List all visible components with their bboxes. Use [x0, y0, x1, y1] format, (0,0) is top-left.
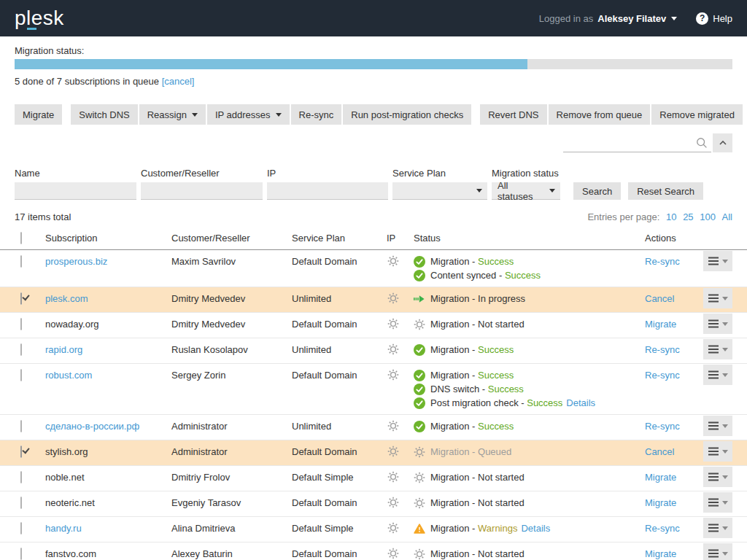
- help-button[interactable]: Help: [696, 12, 732, 25]
- row-checkbox[interactable]: [20, 369, 22, 381]
- status-value: Not started: [478, 472, 525, 483]
- subscription-name[interactable]: robust.com: [45, 370, 92, 381]
- hamburger-menu-icon: [708, 472, 719, 482]
- ip-settings-gear-icon[interactable]: [387, 522, 399, 534]
- status-cell: Migration - Success DNS switch - Success…: [414, 368, 645, 410]
- row-checkbox[interactable]: [20, 522, 22, 534]
- row-action-link[interactable]: Migrate: [645, 497, 676, 508]
- subscription-name[interactable]: prosperous.biz: [45, 256, 107, 267]
- row-menu-button[interactable]: [703, 492, 732, 513]
- entries-option-all[interactable]: All: [722, 211, 732, 222]
- row-menu-button[interactable]: [703, 543, 732, 560]
- in-progress-icon: [414, 293, 425, 305]
- chevron-down-icon: [722, 475, 728, 479]
- chevron-down-icon: [722, 260, 728, 263]
- table-body: prosperous.biz Maxim Savrilov Default Do…: [0, 250, 747, 560]
- row-action-link[interactable]: Cancel: [645, 446, 674, 457]
- row-action-link[interactable]: Re-sync: [645, 344, 680, 355]
- status-value: In progress: [478, 293, 525, 304]
- table-row: handy.ru Alina Dmitrieva Default Simple …: [0, 517, 747, 542]
- search-button[interactable]: Search: [573, 182, 621, 200]
- select-all-checkbox[interactable]: [20, 232, 22, 244]
- run-checks-button[interactable]: Run post-migration checks: [343, 104, 471, 125]
- row-action-link[interactable]: Re-sync: [645, 421, 680, 432]
- migrate-button[interactable]: Migrate: [15, 104, 62, 125]
- table-row: robust.com Sergey Zorin Default Domain M…: [0, 364, 747, 415]
- ip-settings-gear-icon[interactable]: [387, 318, 399, 330]
- filter-customer-input[interactable]: [141, 182, 263, 200]
- row-menu-button[interactable]: [703, 288, 732, 308]
- migration-status-select[interactable]: All statuses: [492, 182, 560, 200]
- resync-button[interactable]: Re-sync: [291, 104, 342, 125]
- row-menu-button[interactable]: [703, 314, 732, 334]
- row-menu-button[interactable]: [703, 251, 732, 271]
- collapse-search-button[interactable]: [713, 133, 732, 152]
- ip-settings-gear-icon[interactable]: [387, 369, 399, 381]
- row-checkbox[interactable]: [20, 446, 22, 458]
- row-checkbox[interactable]: [20, 318, 22, 330]
- row-menu-button[interactable]: [703, 518, 732, 538]
- entries-option-100[interactable]: 100: [700, 211, 716, 222]
- switch-dns-button[interactable]: Switch DNS: [71, 104, 137, 125]
- ip-settings-gear-icon[interactable]: [387, 446, 399, 457]
- row-menu-button[interactable]: [703, 416, 732, 436]
- chevron-down-icon: [276, 113, 282, 117]
- row-action-link[interactable]: Re-sync: [645, 370, 680, 381]
- row-checkbox[interactable]: [20, 292, 22, 305]
- table-row: plesk.com Dmitry Medvedev Unlimited Migr…: [0, 287, 747, 313]
- service-plan-cell: Default Domain: [292, 496, 384, 510]
- hamburger-menu-icon: [708, 370, 719, 380]
- row-action-link[interactable]: Cancel: [645, 293, 674, 304]
- subscription-name[interactable]: rapid.org: [45, 344, 82, 355]
- row-checkbox[interactable]: [20, 343, 22, 356]
- entries-option-10[interactable]: 10: [666, 211, 676, 222]
- status-details-link[interactable]: Details: [521, 523, 550, 534]
- success-check-icon: [414, 270, 425, 281]
- ip-settings-gear-icon[interactable]: [387, 420, 399, 432]
- success-check-icon: [414, 256, 425, 268]
- plesk-logo[interactable]: plesk: [15, 8, 64, 28]
- subscription-name[interactable]: handy.ru: [45, 523, 82, 534]
- ip-settings-gear-icon[interactable]: [387, 548, 399, 559]
- ip-settings-gear-icon[interactable]: [387, 292, 399, 304]
- row-checkbox[interactable]: [20, 420, 22, 432]
- status-label: Migration -: [430, 523, 478, 534]
- remove-migrated-button[interactable]: Remove migrated: [651, 104, 743, 125]
- row-checkbox[interactable]: [20, 497, 22, 509]
- search-icon[interactable]: [696, 137, 708, 149]
- row-menu-button[interactable]: [703, 339, 732, 359]
- row-checkbox[interactable]: [20, 548, 22, 560]
- row-menu-button[interactable]: [703, 365, 732, 385]
- row-action-link[interactable]: Re-sync: [645, 523, 680, 534]
- reassign-button[interactable]: Reassign: [139, 104, 206, 125]
- row-action-link[interactable]: Migrate: [645, 319, 676, 330]
- status-cell: Migration - Not started: [414, 470, 645, 484]
- ip-settings-gear-icon[interactable]: [387, 343, 399, 355]
- filter-name-input[interactable]: [15, 182, 136, 200]
- ip-settings-gear-icon[interactable]: [387, 255, 399, 267]
- ip-settings-gear-icon[interactable]: [387, 471, 399, 483]
- revert-dns-button[interactable]: Revert DNS: [480, 104, 546, 125]
- user-menu[interactable]: Aleksey Filatev: [597, 13, 677, 24]
- status-details-link[interactable]: Details: [566, 397, 595, 408]
- ip-settings-gear-icon[interactable]: [387, 497, 399, 508]
- service-plan-select[interactable]: [392, 182, 487, 200]
- reset-search-button[interactable]: Reset Search: [628, 182, 703, 200]
- subscription-name[interactable]: сделано-в-россии.рф: [45, 421, 139, 432]
- remove-from-queue-button[interactable]: Remove from queue: [549, 104, 651, 125]
- subscription-name[interactable]: plesk.com: [45, 293, 88, 304]
- chevron-down-icon: [722, 297, 728, 300]
- filter-ip-input[interactable]: [267, 182, 388, 200]
- user-name: Aleksey Filatev: [597, 13, 666, 24]
- row-action-link[interactable]: Migrate: [645, 548, 676, 559]
- row-menu-button[interactable]: [703, 441, 732, 462]
- row-menu-button[interactable]: [703, 467, 732, 487]
- row-action-link[interactable]: Re-sync: [645, 256, 680, 267]
- row-checkbox[interactable]: [20, 471, 22, 483]
- ip-addresses-button[interactable]: IP addresses: [207, 104, 290, 125]
- entries-option-25[interactable]: 25: [683, 211, 693, 222]
- row-checkbox[interactable]: [20, 255, 22, 268]
- row-action-link[interactable]: Migrate: [645, 472, 676, 483]
- search-input[interactable]: [563, 133, 711, 152]
- cancel-migration-link[interactable]: [cancel]: [162, 76, 195, 87]
